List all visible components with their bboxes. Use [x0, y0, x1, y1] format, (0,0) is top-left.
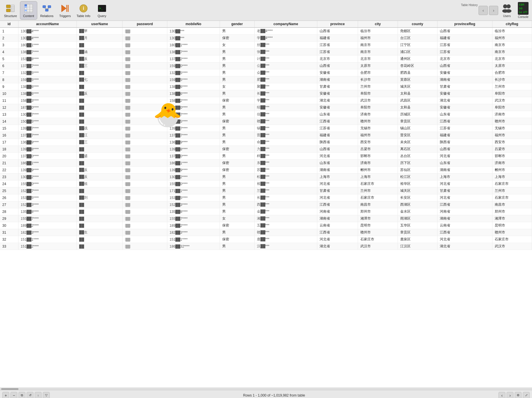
cell-mobileno[interactable]: 139██9****	[167, 167, 220, 174]
cell-username[interactable]: ██	[77, 243, 123, 250]
cell-county[interactable]: 松江区	[398, 174, 437, 180]
cell-accountname[interactable]: 189██2****	[18, 222, 77, 229]
cell-companyname[interactable]: 苏██***	[255, 167, 317, 174]
cell-county[interactable]: 历下区	[398, 160, 437, 167]
cell-city[interactable]: 南昌市	[358, 201, 398, 208]
cell-provincereg[interactable]: 福建省	[437, 35, 492, 42]
cell-province[interactable]: 山西省	[317, 27, 358, 35]
cell-accountname[interactable]: 138██6****	[18, 90, 77, 97]
cell-city[interactable]: 西安市	[358, 139, 398, 146]
cell-id[interactable]: 1	[0, 27, 18, 35]
cell-password[interactable]: ██	[123, 97, 167, 104]
cell-cityreg[interactable]: 南京市	[492, 49, 532, 56]
cell-province[interactable]: 江苏省	[317, 49, 358, 56]
toolbar-structure[interactable]: Structure	[1, 1, 20, 20]
cell-password[interactable]: ██	[123, 222, 167, 229]
cell-province[interactable]: 河北省	[317, 180, 358, 187]
cell-companyname[interactable]: 公██***	[255, 62, 317, 69]
cell-cityreg[interactable]: 济南市	[492, 160, 532, 167]
table-row[interactable]: 27152██3****████152██3****男西██***江西省南昌市西…	[0, 201, 532, 208]
cell-cityreg[interactable]: 合肥市	[492, 69, 532, 76]
cell-id[interactable]: 8	[0, 76, 18, 83]
cell-county[interactable]: 太和县	[398, 90, 437, 97]
cell-gender[interactable]: 女	[220, 83, 255, 90]
cell-county[interactable]: 肥西县	[398, 69, 437, 76]
prev-page-button[interactable]: ‹	[498, 392, 505, 398]
cell-county[interactable]: 历城区	[398, 111, 437, 118]
cell-mobileno[interactable]: 155██0****	[167, 180, 220, 187]
cell-county[interactable]: 金水区	[398, 208, 437, 215]
cell-city[interactable]: 南京市	[358, 49, 398, 56]
cell-id[interactable]: 18	[0, 146, 18, 153]
cell-accountname[interactable]: 155██7****	[18, 215, 77, 222]
cell-gender[interactable]: 男	[220, 27, 255, 35]
cell-accountname[interactable]: 187██0****	[18, 104, 77, 111]
table-row[interactable]: 21186██1****████186██1****保密东██***山东省济南市…	[0, 160, 532, 167]
cell-mobileno[interactable]: 130██7****	[167, 111, 220, 118]
cell-county[interactable]: 未央区	[398, 139, 437, 146]
table-row[interactable]: 33151██2****████186██32****男汉██***湖北省武汉市…	[0, 243, 532, 250]
cell-accountname[interactable]: 153██5****	[18, 194, 77, 201]
cell-gender[interactable]: 男	[220, 49, 255, 56]
cell-accountname[interactable]: 137██7****	[18, 62, 77, 69]
cell-provincereg[interactable]: 江西省	[437, 118, 492, 125]
cell-mobileno[interactable]: 180██1****	[167, 42, 220, 49]
cell-mobileno[interactable]: 155██7****	[167, 215, 220, 222]
cell-county[interactable]: 长安区	[398, 194, 437, 201]
cell-id[interactable]: 17	[0, 139, 18, 146]
cell-province[interactable]: 江西省	[317, 201, 358, 208]
cell-province[interactable]: 湖北省	[317, 243, 358, 250]
toolbar-users[interactable]: Users	[499, 2, 514, 19]
toolbar-content[interactable]: Content	[20, 1, 38, 20]
toolbar-query[interactable]: >_ Query	[93, 1, 111, 20]
cell-id[interactable]: 21	[0, 160, 18, 167]
scroll-thumb[interactable]	[1, 388, 18, 390]
cell-username[interactable]: ██	[77, 118, 123, 125]
cell-username[interactable]: ██三	[77, 139, 123, 146]
cell-province[interactable]: 云南省	[317, 222, 358, 229]
cell-county[interactable]: 西湖区	[398, 201, 437, 208]
cell-id[interactable]: 12	[0, 104, 18, 111]
cell-id[interactable]: 26	[0, 194, 18, 201]
remove-row-button[interactable]: −	[10, 392, 17, 398]
cell-gender[interactable]: 男	[220, 132, 255, 139]
cell-provincereg[interactable]: 山西省	[437, 27, 492, 35]
cell-city[interactable]: 石家庄市	[358, 194, 398, 201]
cell-city[interactable]: 湘潭市	[358, 215, 398, 222]
cell-county[interactable]: 丛台区	[398, 153, 437, 160]
cell-city[interactable]: 阜阳市	[358, 90, 398, 97]
cell-cityreg[interactable]: 福州市	[492, 132, 532, 139]
cell-accountname[interactable]: 139██7****	[18, 125, 77, 132]
cell-mobileno[interactable]: 152██3****	[167, 201, 220, 208]
cell-password[interactable]: ██	[123, 90, 167, 97]
cell-gender[interactable]: 男	[220, 243, 255, 250]
cell-city[interactable]: 长沙市	[358, 76, 398, 83]
cell-accountname[interactable]: 152██3****	[18, 201, 77, 208]
cell-id[interactable]: 24	[0, 180, 18, 187]
cell-password[interactable]: ██	[123, 111, 167, 118]
toolbar-history[interactable]: Table History	[459, 2, 480, 8]
cell-province[interactable]: 山东省	[317, 160, 358, 167]
cell-password[interactable]: ██	[123, 160, 167, 167]
cell-gender[interactable]: 保密	[220, 146, 255, 153]
add-row-button[interactable]: +	[2, 392, 9, 398]
table-row[interactable]: 20137██0****██盛██137██0****男样██***河北省邯郸市…	[0, 153, 532, 160]
cell-accountname[interactable]: 137██7****	[18, 132, 77, 139]
cell-county[interactable]: 太和县	[398, 104, 437, 111]
col-provincereg[interactable]: provinceReg	[437, 21, 492, 27]
cell-gender[interactable]: 保密	[220, 118, 255, 125]
cell-county[interactable]: 尧都区	[398, 27, 437, 35]
cell-provincereg[interactable]: 江苏省	[437, 42, 492, 49]
cell-province[interactable]: 上海市	[317, 174, 358, 180]
cell-username[interactable]: ██	[77, 222, 123, 229]
cell-gender[interactable]: 男	[220, 139, 255, 146]
cell-gender[interactable]: 男	[220, 153, 255, 160]
cell-companyname[interactable]: 绍██***	[255, 104, 317, 111]
cell-accountname[interactable]: 138██7****	[18, 49, 77, 56]
cell-city[interactable]: 合肥市	[358, 69, 398, 76]
cell-password[interactable]: ██	[123, 215, 167, 222]
cell-city[interactable]: 石家庄市	[358, 236, 398, 243]
cell-county[interactable]: 五华区	[398, 222, 437, 229]
cell-county[interactable]: 雨湖区	[398, 215, 437, 222]
cell-id[interactable]: 28	[0, 208, 18, 215]
